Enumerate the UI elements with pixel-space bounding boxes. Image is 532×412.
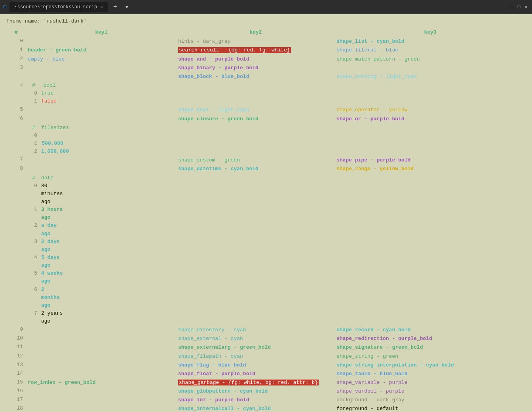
- row-num-4: 4: [6, 81, 26, 106]
- row-6-key3: shape_or - purple_bold: [335, 115, 526, 123]
- row-18-key2: shape_internalcall - cyan_bold: [177, 404, 335, 412]
- col-header-key2: key2: [177, 28, 335, 37]
- date-row-3-num: 3: [28, 238, 40, 254]
- date-row-2-val: a day ago: [40, 222, 63, 237]
- row-12-key3: shape_string - green: [335, 352, 526, 361]
- row-9-key3: shape_record - cyan_bold: [335, 326, 526, 334]
- row-8-key1: [26, 165, 177, 173]
- row-7-key3: shape_pipe - purple_bold: [335, 156, 526, 165]
- row-4-key2: [177, 81, 335, 106]
- row-12-key1: [26, 352, 177, 361]
- row-13-key2: shape_flag - blue_bold: [177, 361, 335, 370]
- row-9-key1: [26, 326, 177, 334]
- close-button[interactable]: ✕: [523, 4, 529, 10]
- row-date-key3: [335, 174, 526, 326]
- new-tab-button[interactable]: +: [111, 4, 120, 11]
- row-17-key1: [26, 396, 177, 404]
- row-3-key3: [335, 64, 526, 72]
- filesizes-row-0-num: 0: [28, 132, 40, 140]
- row-num-2: 2: [6, 55, 26, 64]
- row-9-key2: shape_directory - cyan: [177, 326, 335, 334]
- maximize-button[interactable]: □: [516, 4, 522, 10]
- bool-header-hash: #: [28, 82, 40, 89]
- date-row-5-num: 5: [28, 270, 40, 285]
- date-row-7-val: 2 years ago: [40, 309, 63, 325]
- row-6-key1: [26, 115, 177, 123]
- row-0-key1: [26, 37, 177, 46]
- bool-row-0-num: 0: [28, 89, 40, 97]
- row-1-key1: header - green_bold: [26, 46, 177, 55]
- row-11-key3: shape_signature - green_bold: [335, 343, 526, 352]
- row-17-key3: background - dark_gray: [335, 396, 526, 404]
- row-2-key1: empty - blue: [26, 55, 177, 64]
- titlebar: ⊞ ~\source\repos\forks\nu_scrip ✕ + ▾ ─ …: [0, 0, 532, 14]
- date-row-1-val: 3 hours ago: [40, 206, 63, 222]
- row-5-key2: shape_bool - light_cyan: [177, 106, 335, 114]
- date-row-5-val: 4 weeks ago: [40, 270, 63, 285]
- row-num-9: 9: [6, 326, 26, 334]
- row-10-key1: [26, 334, 177, 343]
- col-header-key1: key1: [26, 28, 177, 37]
- row-14-key2: shape_float - purple_bold: [177, 370, 335, 378]
- search-result-highlight: search_result - {bg: red, fg: white}: [178, 47, 291, 53]
- row-num-3b: [6, 72, 26, 81]
- date-row-7-num: 7: [28, 309, 40, 325]
- row-14-key3: shape_table - blue_bold: [335, 370, 526, 378]
- row-14-key1: [26, 370, 177, 378]
- garbage-highlight: shape_garbage - {fg: white, bg: red, att…: [178, 380, 319, 385]
- date-row-2-num: 2: [28, 222, 40, 237]
- filesizes-row-1-num: 1: [28, 140, 40, 148]
- row-11-key2: shape_externalarg - green_bold: [177, 343, 335, 352]
- row-1-key3: shape_literal - blue: [335, 46, 526, 55]
- row-12-key2: shape_filepath - cyan: [177, 352, 335, 361]
- row-num-3: 3: [6, 64, 26, 72]
- row-15-key3: shape_variable - purple: [335, 378, 526, 387]
- row-18-key3: foreground - default: [335, 404, 526, 412]
- row-3-key2: shape_binary - purple_bold: [177, 64, 335, 72]
- row-10-key3: shape_redirection - purple_bold: [335, 334, 526, 343]
- row-date-key1: # date 0 30 minutes ago 1 3 hours ago 2 …: [26, 174, 177, 326]
- filesizes-row-1-val: 500,000: [40, 140, 63, 148]
- col-header-hash: #: [6, 28, 26, 37]
- tab-close-icon[interactable]: ✕: [100, 4, 103, 9]
- row-13-key3: shape_string_interpolation - cyan_bold: [335, 361, 526, 370]
- minimize-button[interactable]: ─: [509, 4, 515, 10]
- dropdown-button[interactable]: ▾: [123, 3, 131, 11]
- terminal-body[interactable]: Theme name: 'nushell-dark' # key1 key2 k…: [0, 14, 532, 412]
- filesizes-header-label: filesizes: [40, 124, 63, 132]
- row-3b-key1: [26, 72, 177, 81]
- row-17-key2: shape_int - purple_bold: [177, 396, 335, 404]
- date-row-0-num: 0: [28, 182, 40, 206]
- row-16-key2: shape_globpattern - cyan_bold: [177, 387, 335, 396]
- row-num-7: 7: [6, 156, 26, 165]
- theme-line: Theme name: 'nushell-dark': [6, 17, 526, 25]
- row-num-11: 11: [6, 343, 26, 352]
- row-3b-key3: shape_nothing - light_cyan: [335, 72, 526, 81]
- bool-row-1-num: 1: [28, 97, 40, 105]
- row-num-1: 1: [6, 46, 26, 55]
- row-4-key3: [335, 81, 526, 106]
- date-row-6-num: 6: [28, 286, 40, 309]
- row-2-key2: shape_and - purple_bold: [177, 55, 335, 64]
- tab-label: ~\source\repos\forks\nu_scrip: [14, 4, 97, 10]
- tab[interactable]: ~\source\repos\forks\nu_scrip ✕: [10, 2, 107, 12]
- row-8-key3: shape_range - yellow_bold: [335, 165, 526, 173]
- date-header-label: date: [40, 174, 63, 182]
- row-15-key2: shape_garbage - {fg: white, bg: red, att…: [177, 378, 335, 387]
- filesizes-row-2-val: 1,000,000: [40, 148, 63, 156]
- row-num-10: 10: [6, 334, 26, 343]
- row-3-key1: [26, 64, 177, 72]
- bool-header-label: bool: [40, 82, 59, 89]
- filesizes-header-hash: #: [28, 124, 40, 132]
- filesizes-row-0-val: [40, 132, 63, 140]
- row-filesizes-key2: [177, 123, 335, 156]
- date-row-3-val: 2 days ago: [40, 238, 63, 254]
- row-filesizes-key3: [335, 123, 526, 156]
- row-2-key3: shape_match_pattern - green: [335, 55, 526, 64]
- terminal-icon: ⊞: [3, 4, 6, 10]
- row-10-key2: shape_external - cyan: [177, 334, 335, 343]
- titlebar-controls: ─ □ ✕: [509, 4, 529, 10]
- row-num-15: 15: [6, 378, 26, 387]
- row-num-date: [6, 174, 26, 326]
- row-5-key3: shape_operator - yellow: [335, 106, 526, 114]
